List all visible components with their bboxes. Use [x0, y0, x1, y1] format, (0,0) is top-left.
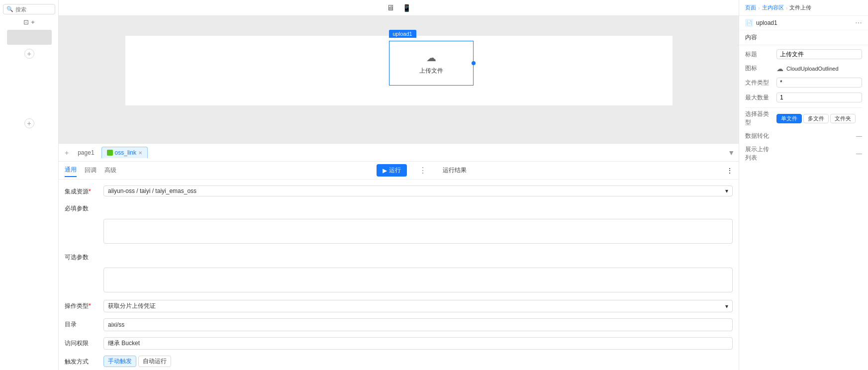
optional-params-label: 可选参数	[65, 251, 99, 262]
search-icon: 🔍	[6, 6, 13, 12]
right-prop-selector-type: 选择器类型 单文件 多文件 文件夹	[745, 110, 862, 127]
trigger-manual-btn[interactable]: 手动触发	[103, 356, 136, 367]
add-component-icon[interactable]: +	[31, 18, 35, 26]
props-tab-general[interactable]: 通用	[65, 164, 77, 177]
breadcrumb-sep-1: ›	[758, 5, 760, 11]
optional-params-input[interactable]	[103, 268, 733, 292]
run-icon: ▶	[383, 167, 387, 174]
required-params-input[interactable]	[103, 219, 733, 244]
form-row-required-params: 必填参数	[65, 202, 733, 213]
show-list-icon[interactable]: —	[856, 150, 862, 157]
upload-widget[interactable]: upload1 ☁ 上传文件	[389, 41, 474, 86]
cloud-upload-icon: ☁	[776, 65, 783, 73]
trigger-auto-btn[interactable]: 自动运行	[138, 356, 171, 367]
dir-label: 目录	[65, 318, 99, 329]
desktop-device-btn[interactable]: 🖥	[386, 3, 394, 12]
upload-widget-label: upload1	[389, 30, 416, 38]
file-more-btn[interactable]: ⋯	[855, 19, 862, 27]
form-row-optional-textarea	[65, 268, 733, 294]
tab-oss-link[interactable]: oss_link ✕	[101, 147, 148, 158]
add-tab-btn[interactable]: +	[63, 149, 71, 157]
right-file-item: 📄 upload1 ⋯	[739, 16, 868, 30]
action-select[interactable]: 获取分片上传凭证 ▾	[103, 300, 733, 312]
action-label: 操作类型	[65, 300, 99, 310]
right-prop-data-transform: 数据转化 —	[745, 132, 862, 140]
canvas: upload1 ☁ 上传文件 C DevTools - mobinext.con…	[59, 16, 739, 143]
data-transform-icon[interactable]: —	[856, 133, 862, 140]
run-result-label: 运行结果	[443, 166, 467, 175]
upload-cloud-icon: ☁	[426, 52, 436, 64]
selector-type-btns: 单文件 多文件 文件夹	[776, 114, 856, 123]
props-tab-callback[interactable]: 回调	[85, 164, 96, 177]
right-prop-icon: 图标 ☁ CloudUploadOutlined	[745, 64, 862, 73]
upload-text: 上传文件	[419, 67, 443, 75]
breadcrumb: 页面 › 主内容区 › 文件上传	[739, 0, 868, 16]
source-label: 集成资源	[65, 185, 99, 196]
result-settings-btn[interactable]: ⋮	[727, 167, 733, 174]
show-list-toggle: —	[776, 150, 862, 157]
right-file-actions: ⋯	[855, 19, 862, 27]
run-button[interactable]: ▶ 运行	[377, 164, 407, 177]
selector-single-btn[interactable]: 单文件	[776, 114, 802, 123]
max-count-input[interactable]	[776, 92, 862, 102]
divider-1	[745, 107, 862, 108]
right-file-name: 📄 upload1	[745, 19, 777, 27]
device-toolbar: 🖥 📱	[59, 0, 739, 16]
sidebar-add-btn-2[interactable]: +	[24, 118, 34, 128]
trigger-group: 手动触发 自动运行	[103, 356, 733, 367]
right-prop-file-type: 文件类型	[745, 78, 862, 88]
filter-icon[interactable]: ⊡	[23, 18, 29, 26]
source-select[interactable]: aliyun-oss / taiyi / taiyi_emas_oss ▾	[103, 185, 733, 196]
sidebar-search-box[interactable]: 🔍	[3, 4, 55, 14]
left-sidebar: 🔍 ⊡ + + +	[0, 0, 59, 370]
mobile-device-btn[interactable]: 📱	[402, 4, 411, 12]
form-row-dir: 目录	[65, 318, 733, 331]
file-icon: 📄	[745, 19, 753, 27]
chevron-down-icon: ▾	[725, 303, 728, 310]
right-prop-show-list: 展示上传列表 —	[745, 145, 862, 162]
props-panel: 通用 回调 高级 ▶ 运行 ⋮ 运行结果 ⋮ 集成资源	[59, 161, 739, 370]
title-prop-input[interactable]	[776, 49, 862, 59]
props-tab-advanced[interactable]: 高级	[104, 164, 116, 177]
selector-type-label: 选择器类型	[745, 110, 772, 127]
props-form: 集成资源 aliyun-oss / taiyi / taiyi_emas_oss…	[59, 180, 739, 370]
form-row-required-textarea	[65, 219, 733, 245]
breadcrumb-current: 文件上传	[789, 4, 811, 11]
trigger-label: 触发方式	[65, 356, 99, 366]
breadcrumb-page[interactable]: 页面	[745, 4, 756, 11]
form-row-source: 集成资源 aliyun-oss / taiyi / taiyi_emas_oss…	[65, 185, 733, 196]
tab-page1[interactable]: page1	[73, 147, 99, 158]
form-row-optional-params: 可选参数	[65, 251, 733, 262]
search-input[interactable]	[15, 6, 45, 12]
chevron-down-icon: ▾	[725, 187, 728, 194]
form-row-action: 操作类型 获取分片上传凭证 ▾	[65, 300, 733, 312]
sidebar-add-btn-1[interactable]: +	[24, 49, 34, 59]
show-list-label: 展示上传列表	[745, 145, 772, 162]
props-content: 集成资源 aliyun-oss / taiyi / taiyi_emas_oss…	[59, 180, 739, 370]
right-props-section: 标题 图标 ☁ CloudUploadOutlined 文件类型 最大数量	[739, 45, 868, 171]
max-count-label: 最大数量	[745, 93, 772, 102]
data-transform-label: 数据转化	[745, 132, 772, 140]
selector-folder-btn[interactable]: 文件夹	[830, 114, 856, 123]
dir-input[interactable]	[103, 318, 733, 331]
tab-collapse-btn[interactable]: ▼	[728, 149, 735, 157]
canvas-area: 🖥 📱 upload1 ☁ 上传文件 C D	[59, 0, 739, 370]
upload-box: ☁ 上传文件	[389, 41, 474, 86]
selector-multi-btn[interactable]: 多文件	[803, 114, 829, 123]
right-prop-title: 标题	[745, 49, 862, 59]
access-select[interactable]: 继承 Bucket	[103, 337, 733, 350]
content-section-label: 内容	[739, 30, 868, 45]
more-options-btn[interactable]: ⋮	[419, 166, 427, 175]
icon-prop-label: 图标	[745, 64, 772, 73]
form-row-access: 访问权限 继承 Bucket	[65, 337, 733, 350]
props-toolbar: 通用 回调 高级 ▶ 运行 ⋮ 运行结果 ⋮	[59, 162, 739, 180]
file-type-input[interactable]	[776, 78, 862, 88]
sidebar-block-1	[7, 30, 52, 45]
tab-close-btn[interactable]: ✕	[138, 150, 142, 156]
breadcrumb-content[interactable]: 主内容区	[762, 4, 784, 11]
required-params-label: 必填参数	[65, 202, 99, 213]
tab-oss-link-label: oss_link	[115, 149, 136, 156]
file-type-label: 文件类型	[745, 79, 772, 87]
upload-box-handle[interactable]	[472, 61, 476, 65]
right-panel: 页面 › 主内容区 › 文件上传 📄 upload1 ⋯ 内容 标题	[739, 0, 868, 370]
